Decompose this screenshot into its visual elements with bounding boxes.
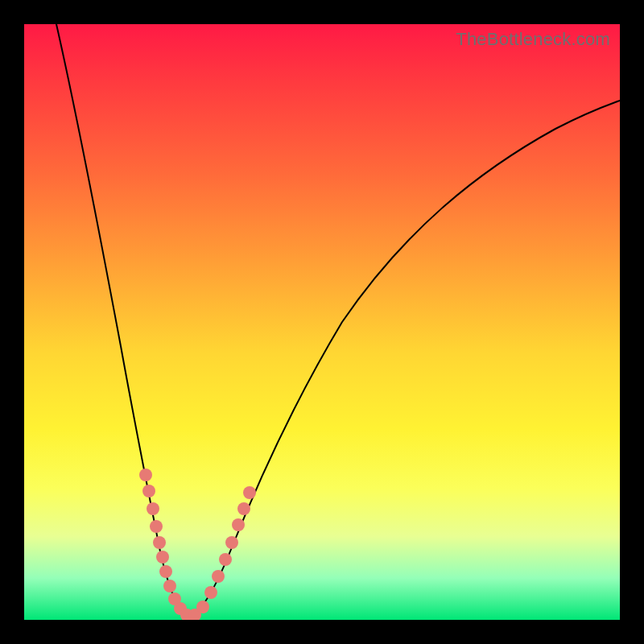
- marker-dot: [243, 486, 256, 499]
- marker-group: [139, 469, 256, 620]
- watermark-label: TheBottleneck.com: [456, 29, 610, 50]
- bottleneck-curve-path: [56, 24, 620, 616]
- marker-dot: [196, 601, 209, 613]
- marker-dot: [156, 551, 169, 564]
- marker-dot: [212, 570, 225, 583]
- marker-dot: [237, 502, 250, 515]
- marker-dot: [219, 553, 232, 566]
- marker-dot: [142, 485, 155, 497]
- marker-dot: [225, 536, 238, 549]
- marker-dot: [232, 518, 245, 531]
- marker-dot: [153, 536, 166, 549]
- marker-dot: [147, 502, 159, 515]
- marker-dot: [204, 586, 217, 599]
- marker-dot: [163, 580, 176, 592]
- marker-dot: [150, 520, 163, 533]
- bottleneck-curve-svg: [24, 24, 620, 620]
- marker-dot: [139, 469, 152, 481]
- marker-dot: [159, 565, 172, 578]
- chart-area: TheBottleneck.com: [24, 24, 620, 620]
